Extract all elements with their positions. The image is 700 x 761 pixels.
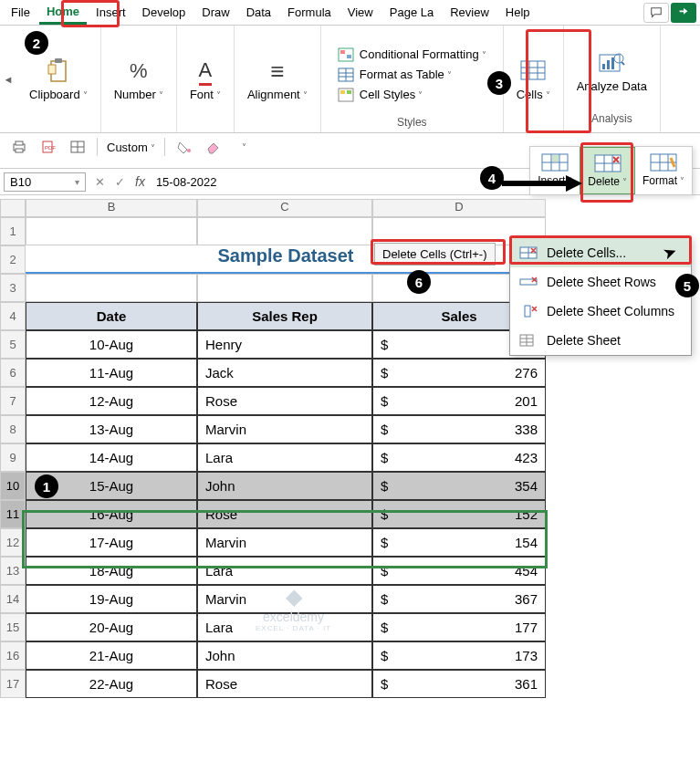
cells-button[interactable]: Cells	[511, 53, 556, 105]
column-header-c[interactable]: C	[197, 199, 372, 217]
cell-date[interactable]: 16-Aug	[26, 500, 197, 528]
format-as-table-button[interactable]: Format as Table	[338, 67, 486, 83]
row-header[interactable]: 9	[0, 443, 26, 472]
cell-sales[interactable]: $154	[372, 528, 546, 557]
formula-value[interactable]: 15-08-2022	[151, 175, 223, 189]
conditional-formatting-button[interactable]: Conditional Formatting	[338, 47, 486, 63]
cell-sales[interactable]: $177	[372, 613, 546, 641]
cell-rep[interactable]: Marvin	[197, 415, 372, 443]
ribbon-nav-left[interactable]: ◄	[0, 26, 16, 132]
format-cells-button[interactable]: Format	[635, 147, 692, 194]
tab-data[interactable]: Data	[239, 2, 278, 23]
tab-draw[interactable]: Draw	[194, 2, 236, 23]
row-header-4[interactable]: 4	[0, 302, 26, 330]
comments-button[interactable]	[643, 3, 669, 23]
cell-rep[interactable]: John	[197, 472, 372, 500]
cell-rep[interactable]: Marvin	[197, 528, 372, 557]
column-header-d[interactable]: D	[372, 199, 546, 217]
cell-date[interactable]: 18-Aug	[26, 557, 197, 585]
pdf-icon[interactable]: PDF	[38, 137, 58, 157]
cell-sales[interactable]: $423	[372, 443, 546, 472]
tab-insert[interactable]: Insert	[89, 2, 133, 23]
menu-delete-sheet[interactable]: Delete Sheet	[510, 326, 691, 355]
row-header[interactable]: 13	[0, 557, 26, 585]
font-button[interactable]: A Font	[184, 53, 226, 105]
eraser-icon[interactable]	[204, 137, 224, 157]
number-button[interactable]: % Number	[109, 53, 169, 105]
cell-date[interactable]: 14-Aug	[26, 443, 197, 472]
row-header[interactable]: 16	[0, 641, 26, 670]
cell-sales[interactable]: $201	[372, 387, 546, 415]
cell-rep[interactable]: Lara	[197, 613, 372, 641]
share-button[interactable]	[671, 3, 696, 23]
cell-sales[interactable]: $152	[372, 500, 546, 528]
cell-sales[interactable]: $354	[372, 472, 546, 500]
row-header[interactable]: 8	[0, 415, 26, 443]
cell-sales[interactable]: $338	[372, 415, 546, 443]
tab-developer[interactable]: Develop	[135, 2, 193, 23]
cell-sales[interactable]: $276	[372, 359, 546, 387]
row-header-3[interactable]: 3	[0, 274, 26, 302]
cancel-formula-button[interactable]: ✕	[89, 175, 110, 189]
cell-rep[interactable]: Lara	[197, 557, 372, 585]
row-header[interactable]: 15	[0, 613, 26, 641]
row-header[interactable]: 11	[0, 500, 26, 528]
tab-file[interactable]: File	[4, 2, 37, 23]
header-date[interactable]: Date	[26, 302, 197, 330]
tab-page-layout[interactable]: Page La	[382, 2, 441, 23]
row-header[interactable]: 14	[0, 585, 26, 613]
cell-date[interactable]: 22-Aug	[26, 670, 197, 698]
cell-date[interactable]: 13-Aug	[26, 415, 197, 443]
cell-styles-button[interactable]: Cell Styles	[338, 87, 486, 103]
tab-home[interactable]: Home	[39, 1, 87, 25]
cell-date[interactable]: 12-Aug	[26, 387, 197, 415]
row-header[interactable]: 6	[0, 359, 26, 387]
fill-color-icon[interactable]	[174, 137, 194, 157]
row-header[interactable]: 12	[0, 528, 26, 557]
cell-rep[interactable]: Rose	[197, 670, 372, 698]
cell-sales[interactable]: $367	[372, 585, 546, 613]
cell-rep[interactable]: Rose	[197, 500, 372, 528]
menu-delete-sheet-columns[interactable]: Delete Sheet Columns	[510, 297, 691, 326]
cell-sales[interactable]: $454	[372, 557, 546, 585]
cell-date[interactable]: 21-Aug	[26, 641, 197, 670]
delete-cells-button[interactable]: Delete	[580, 147, 635, 194]
gridlines-icon[interactable]	[68, 137, 88, 157]
print-icon[interactable]	[9, 137, 29, 157]
clipboard-button[interactable]: Clipboard	[24, 53, 93, 105]
row-header-2[interactable]: 2	[0, 245, 26, 274]
tab-formula[interactable]: Formula	[280, 2, 339, 23]
row-header[interactable]: 10	[0, 472, 26, 500]
menu-delete-sheet-rows[interactable]: Delete Sheet Rows	[510, 267, 691, 297]
select-all-corner[interactable]	[0, 199, 26, 217]
row-header[interactable]: 17	[0, 670, 26, 698]
cell-rep[interactable]: Rose	[197, 387, 372, 415]
tab-review[interactable]: Review	[443, 2, 496, 23]
row-header[interactable]: 7	[0, 387, 26, 415]
cell-date[interactable]: 11-Aug	[26, 359, 197, 387]
tab-help[interactable]: Help	[498, 2, 538, 23]
confirm-formula-button[interactable]: ✓	[110, 175, 130, 189]
row-header[interactable]: 5	[0, 330, 26, 359]
fx-icon[interactable]: fx	[130, 174, 151, 189]
cell-rep[interactable]: Jack	[197, 359, 372, 387]
cell-date[interactable]: 20-Aug	[26, 613, 197, 641]
cell-sales[interactable]: $173	[372, 641, 546, 670]
alignment-button[interactable]: ≡ Alignment	[242, 53, 313, 105]
cell-date[interactable]: 10-Aug	[26, 330, 197, 359]
cell-rep[interactable]: Lara	[197, 443, 372, 472]
analyze-data-button[interactable]: Analyze Data	[571, 45, 653, 97]
cell-sales[interactable]: $361	[372, 670, 546, 698]
cell-rep[interactable]: Marvin	[197, 585, 372, 613]
format-custom-dropdown[interactable]: Custom	[107, 141, 155, 154]
name-box[interactable]: B10 ▾	[4, 172, 86, 192]
more-icon[interactable]	[233, 137, 253, 157]
cell-date[interactable]: 17-Aug	[26, 528, 197, 557]
cell-date[interactable]: 19-Aug	[26, 585, 197, 613]
tab-view[interactable]: View	[340, 2, 381, 23]
header-sales-rep[interactable]: Sales Rep	[197, 302, 372, 330]
column-header-b[interactable]: B	[26, 199, 197, 217]
row-header-1[interactable]: 1	[0, 217, 26, 245]
cell-rep[interactable]: Henry	[197, 330, 372, 359]
cell-rep[interactable]: John	[197, 641, 372, 670]
